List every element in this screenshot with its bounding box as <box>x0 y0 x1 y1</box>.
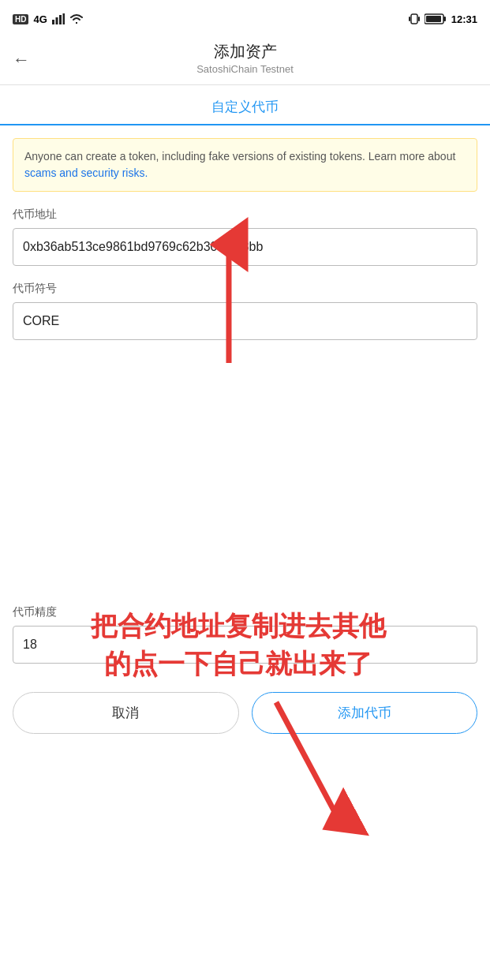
svg-rect-1 <box>55 17 58 24</box>
page-header: ← 添加资产 SatoshiChain Testnet <box>0 35 490 85</box>
annotation-text: 把合约地址复制进去其他的点一下自己就出来了 <box>41 608 436 683</box>
svg-rect-4 <box>411 14 417 24</box>
status-bar: HD 4G 12:31 <box>0 0 490 35</box>
tab-bar: 自定义代币 <box>0 85 490 125</box>
signal-bars-icon <box>52 13 65 24</box>
back-button[interactable]: ← <box>13 50 30 70</box>
svg-rect-6 <box>418 17 420 21</box>
signal-4g: 4G <box>33 13 47 25</box>
wifi-icon <box>69 13 84 24</box>
button-row: 取消 添加代币 <box>0 679 490 746</box>
svg-rect-3 <box>62 13 65 24</box>
token-symbol-input[interactable] <box>13 302 477 340</box>
svg-rect-5 <box>409 17 410 21</box>
time-display: 12:31 <box>451 13 477 25</box>
status-left: HD 4G <box>13 13 84 25</box>
warning-box: Anyone can create a token, including fak… <box>13 138 477 192</box>
token-address-label: 代币地址 <box>13 208 477 222</box>
warning-link[interactable]: scams and security risks. <box>24 166 148 179</box>
page-title: 添加资产 <box>214 41 277 62</box>
svg-rect-0 <box>52 20 54 24</box>
network-subtitle: SatoshiChain Testnet <box>196 63 294 75</box>
svg-rect-2 <box>59 15 62 24</box>
svg-rect-8 <box>443 17 446 21</box>
token-address-group: 代币地址 <box>13 208 477 266</box>
token-address-input[interactable] <box>13 228 477 266</box>
warning-text: Anyone can create a token, including fak… <box>24 150 368 163</box>
form-section: 代币地址 代币符号 <box>0 192 490 340</box>
hd-badge: HD <box>13 14 28 24</box>
cancel-button[interactable]: 取消 <box>13 692 239 734</box>
vibrate-icon <box>409 13 420 25</box>
token-symbol-group: 代币符号 <box>13 282 477 340</box>
warning-text-2: Learn more about <box>368 150 456 163</box>
svg-rect-9 <box>426 16 441 22</box>
add-token-button[interactable]: 添加代币 <box>252 692 478 734</box>
tab-custom-token[interactable]: 自定义代币 <box>211 98 279 125</box>
token-symbol-label: 代币符号 <box>13 282 477 296</box>
battery-icon <box>425 13 447 24</box>
status-right: 12:31 <box>409 13 477 25</box>
